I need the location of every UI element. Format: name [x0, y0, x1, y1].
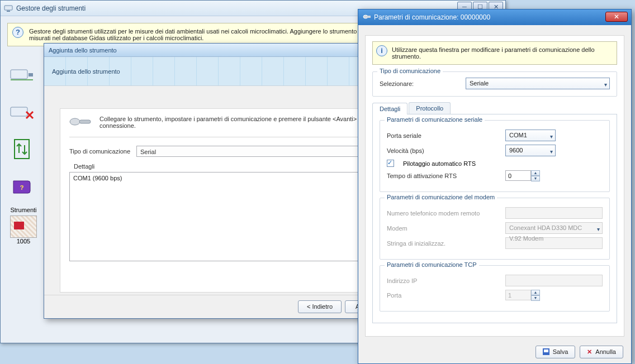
svg-text:?: ?	[20, 184, 24, 191]
group-modem-legend: Parametri di comunicazione del modem	[385, 194, 497, 200]
select-label: Selezionare:	[380, 80, 458, 87]
close-button[interactable]: ✕	[605, 12, 628, 22]
svg-rect-13	[367, 16, 371, 18]
save-icon	[543, 348, 549, 355]
win3-note-text: Utilizzare questa finestra per modificar…	[392, 46, 595, 60]
device-icon	[4, 4, 13, 13]
spin-down-icon: ▼	[531, 295, 540, 301]
serial-port-label: Porta seriale	[387, 132, 499, 139]
win3-footer: Salva ✕ Annulla	[358, 340, 631, 363]
svg-point-10	[70, 118, 80, 125]
info-icon: i	[376, 45, 387, 56]
info-icon: ?	[12, 27, 23, 38]
serial-icon	[363, 13, 371, 21]
comm-params-dialog: Parametri di comunicazione: 00000000 ✕ i…	[358, 9, 632, 364]
connector-icon	[69, 116, 92, 128]
rts-checkbox-label: Pilotaggio automatico RTS	[403, 160, 476, 167]
group-comm-type-legend: Tipo di comunicazione	[377, 68, 443, 74]
win2-header-text: Aggiunta dello strumento	[52, 68, 120, 75]
instrument-thumbnail[interactable]	[10, 215, 37, 238]
tool-refresh-icon[interactable]	[5, 134, 39, 165]
rts-time-spinner[interactable]: ▲ ▼	[505, 170, 540, 181]
tcp-port-input	[505, 290, 531, 300]
group-tcp: Parametri di comunicazione TCP Indirizzo…	[380, 265, 610, 312]
cancel-icon: ✕	[587, 348, 592, 356]
back-button[interactable]: < Indietro	[298, 300, 342, 313]
rts-checkbox[interactable]	[387, 160, 394, 167]
tabs: Dettagli Protocollo	[372, 102, 617, 114]
cancel-button-label: Annulla	[595, 348, 616, 355]
tcp-port-label: Porta	[387, 292, 499, 299]
tipo-label: Tipo di comunicazione	[69, 148, 136, 155]
tab-protocollo[interactable]: Protocollo	[409, 102, 451, 114]
svg-rect-0	[4, 6, 12, 10]
group-tcp-legend: Parametri di comunicazione TCP	[385, 261, 479, 268]
cancel-button[interactable]: ✕ Annulla	[580, 346, 623, 358]
spin-down-icon[interactable]: ▼	[531, 176, 540, 181]
sidebar-label: Strumenti	[5, 207, 42, 213]
svg-rect-8	[15, 140, 29, 159]
win3-titlebar[interactable]: Parametri di comunicazione: 00000000 ✕	[358, 9, 631, 25]
tcp-port-spinner: ▲ ▼	[505, 290, 540, 301]
tool-device-remove-icon[interactable]	[5, 97, 39, 127]
rts-time-input[interactable]	[505, 170, 531, 181]
tab-dettagli[interactable]: Dettagli	[372, 103, 407, 114]
thumb-caption: 1005	[5, 238, 42, 245]
win1-sidebar: ? Strumenti 1005	[5, 59, 42, 245]
win3-body: i Utilizzare questa finestra per modific…	[365, 35, 624, 337]
svg-rect-3	[29, 73, 33, 76]
tool-device-connected-icon[interactable]	[5, 59, 39, 90]
speed-select[interactable]: 9600	[505, 145, 556, 156]
svg-rect-11	[79, 120, 91, 123]
spin-up-icon[interactable]: ▲	[531, 170, 540, 176]
win3-note: i Utilizzare questa finestra per modific…	[372, 41, 617, 65]
spin-up-icon: ▲	[531, 290, 540, 295]
group-serial: Parametri di comunicazione seriale Porta…	[380, 120, 610, 192]
modem-num-input	[505, 207, 603, 219]
tabpanel-dettagli: Parametri di comunicazione seriale Porta…	[372, 114, 617, 323]
svg-rect-1	[7, 11, 10, 12]
group-modem: Parametri di comunicazione del modem Num…	[380, 198, 610, 260]
group-comm-type: Tipo di comunicazione Selezionare: Seria…	[372, 71, 617, 97]
ip-label: Indirizzo IP	[387, 277, 499, 284]
rts-time-label: Tempo di attivazione RTS	[387, 173, 499, 179]
speed-label: Velocità (bps)	[387, 147, 499, 154]
modem-init-label: Stringa di inizializzaz.	[387, 240, 499, 247]
modem-num-label: Numero telefonico modem remoto	[387, 210, 499, 217]
comm-type-select[interactable]: Seriale	[466, 78, 610, 89]
win3-title: Parametri di comunicazione: 00000000	[374, 13, 490, 21]
ip-input	[505, 275, 603, 286]
svg-point-12	[363, 15, 368, 18]
modem-select: Conexant HDA D330 MDC V.92 Modem	[505, 222, 603, 234]
save-button[interactable]: Salva	[536, 346, 576, 358]
group-serial-legend: Parametri di comunicazione seriale	[385, 116, 485, 123]
save-button-label: Salva	[553, 348, 568, 355]
svg-rect-5	[11, 107, 27, 116]
win2-title: Aggiunta dello strumento	[49, 47, 117, 54]
modem-label: Modem	[387, 225, 499, 232]
tool-help-icon[interactable]: ?	[5, 171, 39, 202]
serial-port-select[interactable]: COM1	[505, 130, 556, 141]
svg-rect-2	[11, 70, 27, 79]
